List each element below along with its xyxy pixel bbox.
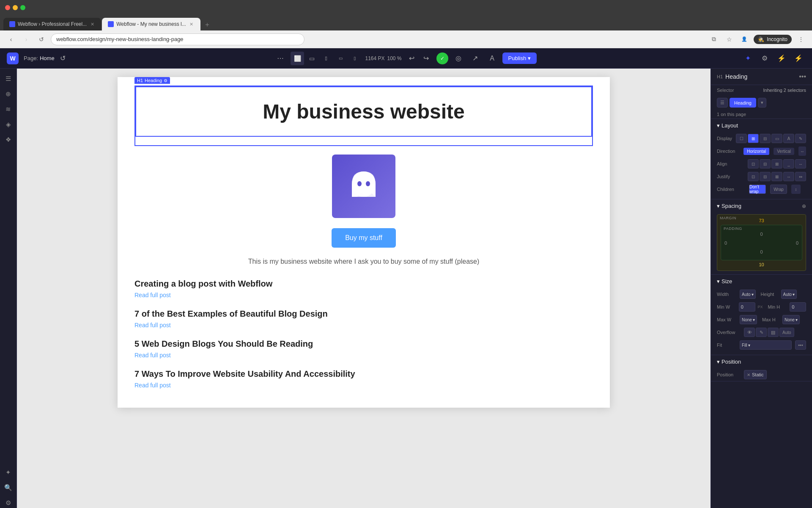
fit-select[interactable]: Fill ▾ [740,340,792,350]
padding-top-value[interactable]: 0 [760,232,763,237]
align-end-btn[interactable]: ⊠ [771,159,782,168]
minw-input[interactable]: 0 [739,302,755,312]
profile-indicator[interactable]: 👤 [738,33,750,45]
children-nowrap-btn[interactable]: Don't wrap [749,185,766,194]
position-type-value[interactable]: ✕ Static [744,370,767,379]
menu-button[interactable]: ⋮ [795,33,807,45]
desktop-viewport-button[interactable]: ⬜ [291,52,304,65]
align-stretch-btn[interactable]: ↔ [795,159,806,168]
children-wrap-btn[interactable]: Wrap [770,185,787,194]
style-panel-button[interactable]: ✦ [741,52,754,65]
selector-active-btn[interactable]: Heading [730,98,756,108]
overflow-auto-btn[interactable]: Auto [779,328,794,337]
tab-1-close[interactable]: ✕ [89,21,95,27]
size-section-header[interactable]: ▾ Size [711,275,812,288]
justify-around-btn[interactable]: ⇔ [795,172,806,181]
height-input[interactable]: Auto ▾ [781,290,797,299]
sidebar-item-ecommerce[interactable]: ✦ [2,466,15,479]
undo-button[interactable]: ↩ [405,52,419,65]
display-block-btn[interactable]: ☐ [736,134,747,143]
padding-left-value[interactable]: 0 [724,240,727,246]
sidebar-item-add[interactable]: ⊕ [2,87,15,101]
maxh-input[interactable]: None ▾ [782,315,800,324]
maxw-input[interactable]: None ▾ [740,315,757,324]
align-center-btn[interactable]: ⊟ [760,159,771,168]
new-tab-button[interactable]: ＋ [201,19,213,30]
padding-right-value[interactable]: 0 [796,240,798,246]
minimize-button[interactable] [13,5,18,10]
export-button[interactable]: ↗ [469,52,482,65]
wf-logo[interactable]: W [7,52,19,64]
cms-button[interactable]: A [486,52,499,65]
preview-button[interactable]: ◎ [452,52,465,65]
mobile-portrait-viewport[interactable]: ▯ [348,52,362,65]
selector-active-label: Heading [734,100,752,105]
layout-section-header[interactable]: ▾ Layout [711,119,812,132]
sidebar-item-layers[interactable]: ≋ [2,102,15,116]
selector-global-btn[interactable]: ☰ [717,98,728,108]
overflow-visible-btn[interactable]: 👁 [744,328,755,337]
minh-input[interactable]: 0 [790,302,806,312]
more-options-button[interactable]: ⋯ [274,52,287,65]
blog-link-4[interactable]: Read full post [134,382,171,389]
display-grid-btn[interactable]: ⊟ [760,134,771,143]
children-reverse-btn[interactable]: ↕ [791,185,801,194]
direction-horizontal-btn[interactable]: Horizontal [743,148,769,155]
tablet-landscape-viewport[interactable]: ▭ [305,52,318,65]
main-heading[interactable]: My business website [135,86,592,137]
align-baseline-btn[interactable]: _ [783,159,794,168]
spacing-more-btn[interactable]: ⊕ [802,203,806,209]
ecommerce-button[interactable]: ⚡ [792,52,805,65]
position-section-header[interactable]: ▾ Position [711,355,812,368]
sidebar-item-cms[interactable]: ❖ [2,133,15,146]
blog-link-2[interactable]: Read full post [134,322,171,329]
spacing-section-header[interactable]: ▾ Spacing ⊕ [711,199,812,213]
redo-button[interactable]: ↪ [420,52,433,65]
interactions-button[interactable]: ⚡ [775,52,788,65]
settings-button[interactable]: ⚙ [758,52,771,65]
width-input[interactable]: Auto ▾ [740,290,756,299]
maximize-button[interactable] [20,5,25,10]
extensions-icon[interactable]: ⧉ [708,33,720,45]
direction-vertical-btn[interactable]: Vertical [774,148,794,155]
display-inline-flex-btn[interactable]: A [783,134,794,143]
bookmark-icon[interactable]: ☆ [723,33,735,45]
cta-button[interactable]: Buy my stuff [332,228,396,248]
panel-more-button[interactable]: ••• [799,73,806,80]
align-start-btn[interactable]: ⊡ [748,159,759,168]
overflow-hidden-btn[interactable]: ✎ [756,328,767,337]
justify-end-btn[interactable]: ⊠ [771,172,782,181]
sidebar-item-search[interactable]: 🔍 [2,481,15,494]
refresh-button[interactable]: ↺ [36,33,47,45]
tablet-portrait-viewport[interactable]: ▯ [319,52,333,65]
publish-button[interactable]: Publish ▾ [502,52,537,64]
forward-button[interactable]: › [20,33,32,45]
heading-tag-gear-icon[interactable]: ⚙ [164,78,167,83]
sidebar-item-settings[interactable]: ⚙ [2,496,15,508]
blog-link-1[interactable]: Read full post [134,292,171,298]
fit-more-btn[interactable]: ••• [795,340,806,350]
tab-2-close[interactable]: ✕ [189,21,195,27]
justify-center-btn[interactable]: ⊟ [760,172,771,181]
page-settings-button[interactable]: ↺ [56,52,70,65]
margin-bottom-value[interactable]: 10 [721,262,802,267]
padding-bottom-value[interactable]: 0 [760,249,763,254]
close-button[interactable] [5,5,10,10]
display-none-btn[interactable]: ✎ [795,134,806,143]
overflow-scroll-btn[interactable]: ▤ [768,328,779,337]
back-button[interactable]: ‹ [5,33,17,45]
display-inline-btn[interactable]: ▭ [771,134,782,143]
justify-start-btn[interactable]: ⊡ [748,172,759,181]
blog-link-3[interactable]: Read full post [134,352,171,359]
canvas-area[interactable]: H1 Heading ⚙ My business website [17,69,710,508]
sidebar-item-pages[interactable]: ☰ [2,72,15,86]
direction-reverse-btn[interactable]: ↔ [798,146,806,156]
justify-between-btn[interactable]: ↔ [783,172,794,181]
selector-dropdown-arrow[interactable]: ▾ [758,98,766,108]
address-input[interactable]: webflow.com/design/my-new-business-landi… [51,33,304,45]
tab-1[interactable]: Webflow › Professional Freel... ✕ [3,18,101,30]
sidebar-item-assets[interactable]: ◈ [2,118,15,131]
mobile-landscape-viewport[interactable]: ▭ [334,52,347,65]
display-flex-btn[interactable]: ⊞ [748,134,759,143]
tab-2[interactable]: Webflow - My new business l... ✕ [102,18,200,30]
